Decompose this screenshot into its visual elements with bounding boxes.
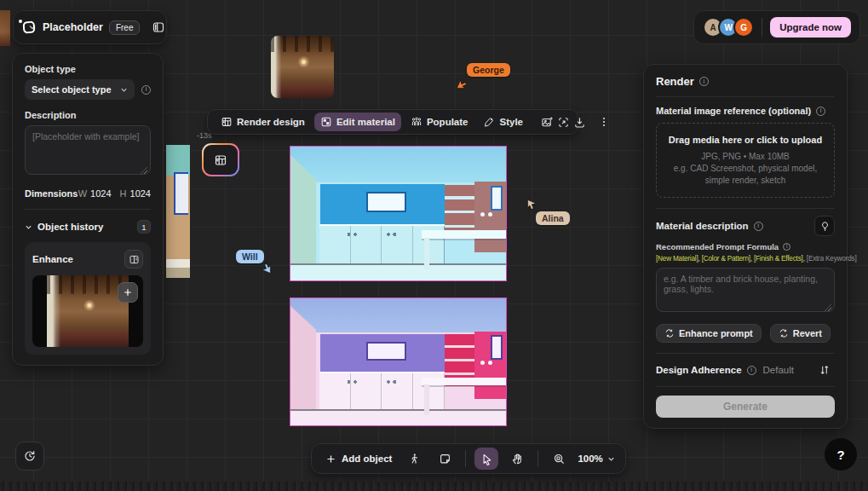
width-label: W	[78, 188, 87, 199]
design-adherence-info-icon[interactable]: i	[747, 366, 756, 375]
description-textarea[interactable]	[25, 125, 151, 175]
plus-icon	[325, 453, 336, 465]
revert-cycle-icon	[779, 328, 789, 338]
history-item-card: Enhance	[25, 242, 151, 355]
refresh-cycle-icon	[664, 328, 675, 338]
toolbar-divider	[465, 450, 466, 467]
panel-detail-icon	[129, 254, 140, 265]
populate-button[interactable]: Populate	[405, 113, 474, 131]
left-panel-divider	[25, 209, 151, 210]
upload-heading: Drag media here or click to upload	[669, 135, 822, 145]
partial-render-image[interactable]	[166, 145, 190, 278]
adherence-adjust-button[interactable]	[814, 361, 835, 379]
select-chevron-down-icon	[120, 86, 128, 94]
width-value: 1024	[90, 188, 111, 199]
populate-label: Populate	[427, 117, 468, 127]
bottom-noise-band	[0, 482, 868, 491]
generate-button[interactable]: Generate	[656, 396, 835, 418]
select-tool-button[interactable]	[474, 448, 498, 470]
add-variant-button[interactable]	[118, 282, 138, 303]
edit-material-label: Edit material	[336, 117, 395, 127]
formula-token: [Extra Keywords]	[807, 255, 857, 263]
partial-image-edge	[0, 10, 10, 46]
upgrade-now-button[interactable]: Upgrade now	[770, 17, 851, 38]
history-thumbnail-image	[47, 275, 129, 347]
render-design-label: Render design	[237, 117, 305, 127]
collab-bar: A W G Upgrade now	[693, 10, 860, 44]
right-panel-divider	[656, 386, 835, 387]
project-title[interactable]: Placeholder	[43, 21, 103, 33]
zoom-tool-button[interactable]	[547, 448, 571, 470]
right-panel-divider	[656, 96, 835, 97]
zoom-level-value: 100%	[578, 453, 602, 464]
notes-button[interactable]	[433, 448, 457, 470]
history-item-detail-button[interactable]	[124, 250, 143, 269]
history-thumbnail[interactable]	[32, 275, 143, 347]
reference-image-thumbnail[interactable]	[271, 36, 334, 98]
populate-walker-button[interactable]	[402, 448, 426, 470]
dimensions-row: Dimensions W 1024 H 1024	[25, 188, 151, 199]
revert-button[interactable]: Revert	[770, 324, 831, 343]
render-design-button[interactable]: Render design	[215, 113, 311, 131]
object-action-toolbar: Render design Edit material Populate	[207, 109, 578, 135]
object-type-select[interactable]: Select object type	[25, 79, 135, 100]
render-info-icon[interactable]: i	[699, 77, 709, 86]
style-button[interactable]: Style	[477, 113, 529, 131]
version-history-button[interactable]	[15, 442, 44, 471]
download-icon	[573, 116, 586, 129]
height-label: H	[120, 188, 127, 199]
fit-image-button[interactable]	[557, 112, 570, 132]
render-settings-panel: Render i Material image reference (optio…	[643, 64, 848, 429]
hand-icon	[511, 453, 524, 465]
pan-tool-button[interactable]	[505, 448, 529, 470]
render-image-blue-room[interactable]	[290, 146, 507, 281]
history-chevron-down-icon	[25, 223, 32, 231]
style-pen-icon	[483, 116, 495, 128]
upload-hint-line3: simple render, sketch	[705, 175, 786, 187]
add-image-button[interactable]	[541, 112, 554, 132]
prompt-ideas-button[interactable]	[814, 216, 835, 236]
populate-people-icon	[411, 116, 423, 128]
render-image-pink-room[interactable]	[290, 297, 507, 426]
render-grid-icon	[214, 153, 227, 167]
style-label: Style	[499, 117, 523, 127]
history-clock-icon	[23, 449, 37, 463]
add-object-button[interactable]: Add object	[322, 450, 395, 468]
formula-token: [Color & Pattern]	[702, 255, 750, 263]
description-label: Description	[25, 110, 151, 120]
enhance-prompt-label: Enhance prompt	[679, 328, 753, 338]
image-add-icon	[541, 116, 554, 129]
design-adherence-value: Default	[763, 365, 794, 375]
add-object-label: Add object	[342, 453, 392, 464]
avatar[interactable]: G	[733, 17, 754, 38]
partial-render-board	[174, 172, 188, 215]
material-description-textarea[interactable]	[656, 268, 835, 312]
help-button[interactable]: ?	[825, 438, 857, 471]
enhance-prompt-button[interactable]: Enhance prompt	[656, 324, 762, 343]
plan-badge: Free	[109, 20, 141, 35]
material-reference-info-icon[interactable]: i	[816, 107, 825, 116]
material-description-label: Material description	[656, 221, 749, 231]
toolbar-divider	[537, 450, 538, 467]
prompt-formula-info-icon[interactable]: i	[783, 243, 790, 251]
generating-object-icon-box	[204, 145, 238, 175]
download-button[interactable]	[573, 112, 586, 132]
toggle-sidebar-icon[interactable]	[152, 20, 165, 34]
object-type-info-icon[interactable]: i	[141, 85, 151, 95]
prompt-formula-label: Recommended Prompt Formula	[656, 242, 779, 251]
prompt-formula-tokens: [New Material], [Color & Pattern], [Fini…	[656, 255, 835, 263]
design-adherence-label: Design Adherence	[656, 365, 742, 375]
dimensions-label: Dimensions	[25, 188, 78, 199]
edit-material-button[interactable]: Edit material	[314, 113, 401, 131]
avatar-group: A W G	[703, 17, 754, 38]
more-options-button[interactable]	[598, 112, 610, 132]
zoom-level-control[interactable]: 100%	[578, 453, 614, 464]
material-description-info-icon[interactable]: i	[754, 222, 763, 231]
media-upload-dropzone[interactable]: Drag media here or click to upload JPG, …	[656, 123, 835, 198]
formula-token: [New Material]	[656, 255, 698, 263]
generating-object-tile[interactable]	[202, 143, 239, 176]
sliders-updown-icon	[819, 364, 831, 376]
material-reference-label: Material image reference (optional)	[656, 106, 811, 116]
object-history-header[interactable]: Object history 1	[25, 220, 151, 234]
kebab-menu-icon	[598, 116, 610, 128]
